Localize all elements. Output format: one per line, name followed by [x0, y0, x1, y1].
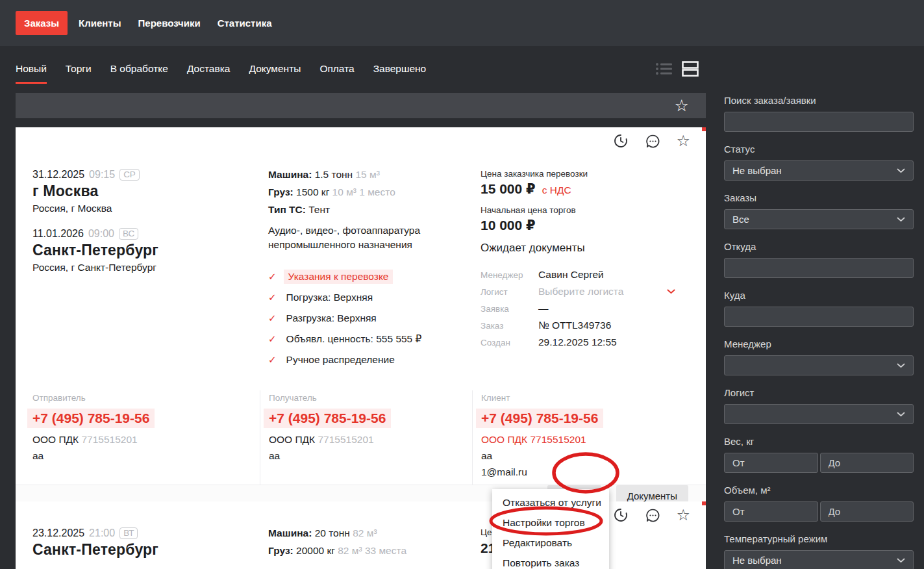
order-number-label: Заказ [481, 321, 538, 331]
client-phone[interactable]: +7 (495) 785-19-56 [476, 409, 603, 428]
temperature-select[interactable]: Не выбран [724, 550, 914, 569]
route-column: 23.12.2025 21:00 ВТ Санкт-Петербург [16, 527, 260, 563]
from-input[interactable] [724, 258, 914, 278]
vehicle-label: Машина: [268, 527, 312, 538]
favorite-star-icon[interactable]: ☆ [675, 97, 689, 114]
order-card-1: ☆ 31.12.2025 09:15 СР г Москва Россия, г… [16, 127, 706, 494]
cargo-value: 1500 кг [296, 186, 329, 197]
cargo-column: Машина: 1.5 тонн 15 м³ Груз: 1500 кг 10 … [260, 169, 472, 373]
pickup-time: 21:00 [89, 527, 115, 539]
cargo-label: Груз: [268, 186, 293, 197]
route-destination: 11.01.2026 09:00 ВС Санкт-Петербург Росс… [32, 228, 260, 273]
cargo-value: 20000 кг [296, 545, 335, 556]
sender-phone[interactable]: +7 (495) 785-19-56 [27, 409, 155, 428]
pickup-time: 09:15 [89, 169, 115, 181]
weight-from-input[interactable] [724, 453, 818, 473]
collapsed-order-strip[interactable]: ☆ [16, 93, 706, 118]
nav-item-carriers[interactable]: Перевозчики [130, 11, 209, 35]
vat-note: с НДС [542, 184, 571, 196]
route-column: 31.12.2025 09:15 СР г Москва Россия, г М… [16, 169, 260, 373]
menu-item-edit[interactable]: Редактировать [492, 533, 609, 553]
to-filter-label: Куда [724, 290, 914, 301]
tab-processing[interactable]: В обработке [110, 54, 168, 84]
menu-item-refuse-service[interactable]: Отказаться от услуги [492, 492, 609, 512]
weight-to-input[interactable] [820, 453, 914, 473]
from-filter-label: Откуда [724, 241, 914, 252]
destination-city: Санкт-Петербург [32, 242, 260, 259]
receiver-company: ООО ПДК [269, 434, 315, 445]
request-value: — [538, 303, 549, 314]
status-select[interactable]: Не выбран [724, 160, 914, 181]
check-icon: ✓ [268, 292, 277, 303]
contacts-section: Отправитель +7 (495) 785-19-56 ООО ПДК 7… [16, 390, 706, 485]
check-icon: ✓ [268, 271, 277, 283]
tab-payment[interactable]: Оплата [319, 54, 354, 84]
delivery-weekday-badge: ВС [119, 228, 138, 240]
customer-price-value: 15 000 ₽ [481, 181, 536, 196]
to-input[interactable] [724, 307, 914, 327]
pickup-weekday-badge: СР [119, 169, 140, 181]
tab-bidding[interactable]: Торги [66, 54, 92, 84]
client-contact: Клиент +7 (495) 785-19-56 ООО ПДК 771551… [472, 390, 706, 485]
receiver-label: Получатель [269, 393, 472, 403]
orders-select[interactable]: Все [724, 209, 914, 229]
nav-item-orders[interactable]: Заказы [16, 11, 68, 35]
check-icon: ✓ [268, 354, 277, 366]
comments-icon[interactable] [644, 133, 661, 149]
checklist-item[interactable]: ✓Указания к перевозке [268, 270, 472, 284]
customer-price-label: Цена заказчика перевозки [481, 169, 689, 179]
history-clock-icon[interactable] [612, 507, 629, 524]
cargo-volume: 10 м³ 1 место [332, 186, 395, 197]
menu-item-bidding-settings[interactable]: Настройки торгов [492, 512, 609, 533]
request-label: Заявка [481, 304, 538, 314]
cargo-column: Машина: 20 тонн 82 м³ Груз: 20000 кг 82 … [260, 527, 472, 563]
favorite-star-icon[interactable]: ☆ [676, 507, 690, 523]
receiver-contact: Получатель +7 (495) 785-19-56 ООО ПДК 77… [260, 390, 472, 485]
logist-select[interactable] [724, 404, 914, 424]
nav-item-statistics[interactable]: Статистика [209, 11, 281, 35]
vehicle-label: Машина: [268, 169, 312, 180]
logist-select[interactable]: Логист Выберите логиста [481, 286, 675, 297]
tab-documents[interactable]: Документы [249, 54, 301, 84]
checklist-item: ✓Погрузка: Верхняя [268, 290, 472, 305]
sender-contact: Отправитель +7 (495) 785-19-56 ООО ПДК 7… [16, 390, 260, 485]
cargo-name: Аудио-, видео-, фотоаппаратура непромышл… [268, 223, 464, 253]
checklist-item: ✓Объявл. ценность: 555 555 ₽ [268, 332, 472, 346]
menu-item-repeat-order[interactable]: Повторить заказ [492, 553, 609, 569]
tab-delivery[interactable]: Доставка [187, 54, 231, 84]
history-clock-icon[interactable] [612, 133, 629, 149]
chevron-down-icon [897, 363, 905, 368]
manager-label: Менеджер [481, 270, 538, 280]
list-view-icon[interactable] [655, 61, 673, 77]
chevron-down-icon [897, 558, 905, 563]
receiver-person: аа [269, 450, 472, 462]
tab-new[interactable]: Новый [16, 54, 47, 84]
chevron-down-icon [897, 168, 905, 173]
search-label: Поиск заказа/заявки [724, 95, 914, 106]
vehicle-volume: 82 м³ [353, 527, 377, 538]
volume-to-input[interactable] [820, 501, 914, 522]
created-label: Создан [481, 338, 538, 348]
comments-icon[interactable] [644, 507, 661, 524]
order-number-value: № OTTL349736 [538, 320, 611, 331]
sender-label: Отправитель [32, 393, 260, 403]
nav-item-clients[interactable]: Клиенты [70, 11, 129, 35]
tab-completed[interactable]: Завершено [373, 54, 427, 84]
client-email: 1@mail.ru [481, 466, 689, 478]
manager-filter-label: Менеджер [724, 338, 914, 349]
volume-filter-label: Объем, м² [724, 485, 914, 496]
top-nav: Заказы Клиенты Перевозчики Статистика [0, 0, 924, 46]
search-input[interactable] [724, 112, 914, 132]
receiver-phone[interactable]: +7 (495) 785-19-56 [264, 409, 391, 428]
manager-select[interactable] [724, 355, 914, 375]
chevron-down-icon[interactable] [667, 289, 675, 294]
vehicle-value: 20 тонн [315, 527, 350, 538]
favorite-star-icon[interactable]: ☆ [676, 133, 690, 149]
new-order-corner-marker [702, 127, 706, 131]
check-icon: ✓ [268, 312, 277, 324]
client-label: Клиент [481, 393, 689, 403]
card-view-icon[interactable] [682, 60, 699, 77]
volume-from-input[interactable] [724, 501, 818, 522]
client-company[interactable]: ООО ПДК [481, 434, 527, 445]
orders-filter-label: Заказы [724, 192, 914, 203]
